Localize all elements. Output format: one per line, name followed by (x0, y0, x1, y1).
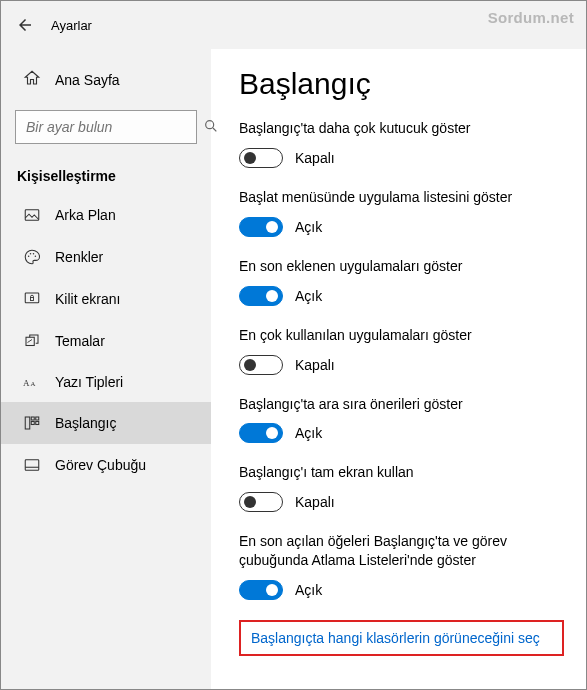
sidebar-item-label: Görev Çubuğu (55, 457, 146, 473)
content: Başlangıç Başlangıç'ta daha çok kutucuk … (211, 49, 586, 689)
sidebar-section-title: Kişiselleştirme (1, 162, 211, 194)
toggle-switch[interactable] (239, 580, 283, 600)
setting-label: En son eklenen uygulamaları göster (239, 257, 564, 276)
setting-row: En son açılan öğeleri Başlangıç'ta ve gö… (239, 532, 564, 600)
setting-row: Başlangıç'ta ara sıra önerileri gösterAç… (239, 395, 564, 444)
watermark: Sordum.net (488, 9, 574, 26)
sidebar-item-taskbar[interactable]: Görev Çubuğu (1, 444, 211, 486)
toggle-switch[interactable] (239, 423, 283, 443)
sidebar-item-lockscreen[interactable]: Kilit ekranı (1, 278, 211, 320)
svg-text:A: A (31, 380, 36, 387)
image-icon (23, 206, 41, 224)
toggle-state-text: Kapalı (295, 357, 335, 373)
sidebar-item-label: Temalar (55, 333, 105, 349)
svg-rect-2 (25, 210, 39, 221)
setting-label: En son açılan öğeleri Başlangıç'ta ve gö… (239, 532, 564, 570)
toggle-switch[interactable] (239, 286, 283, 306)
toggle-state-text: Kapalı (295, 150, 335, 166)
page-title: Başlangıç (239, 67, 564, 101)
toggle-state-text: Kapalı (295, 494, 335, 510)
svg-rect-12 (25, 417, 30, 429)
svg-point-4 (30, 253, 32, 255)
svg-point-5 (33, 253, 35, 255)
toggle-switch[interactable] (239, 355, 283, 375)
setting-row: Başlangıç'ı tam ekran kullanKapalı (239, 463, 564, 512)
search-box[interactable] (15, 110, 197, 144)
highlighted-link-box: Başlangıçta hangi klasörlerin görüneceği… (239, 620, 564, 656)
svg-rect-16 (36, 422, 39, 425)
sidebar-item-label: Renkler (55, 249, 103, 265)
choose-folders-link[interactable]: Başlangıçta hangi klasörlerin görüneceği… (251, 630, 540, 646)
toggle-switch[interactable] (239, 492, 283, 512)
home-icon (23, 69, 41, 90)
svg-rect-9 (26, 337, 34, 345)
setting-label: Başlangıç'ta daha çok kutucuk göster (239, 119, 564, 138)
start-icon (23, 414, 41, 432)
setting-label: En çok kullanılan uygulamaları göster (239, 326, 564, 345)
setting-label: Başlat menüsünde uygulama listesini göst… (239, 188, 564, 207)
search-input[interactable] (26, 119, 203, 135)
lock-screen-icon (23, 290, 41, 308)
svg-rect-17 (25, 460, 39, 471)
sidebar-item-label: Kilit ekranı (55, 291, 120, 307)
palette-icon (23, 248, 41, 266)
svg-rect-13 (31, 417, 34, 420)
toggle-state-text: Açık (295, 582, 322, 598)
setting-row: En son eklenen uygulamaları gösterAçık (239, 257, 564, 306)
sidebar-home-label: Ana Sayfa (55, 72, 120, 88)
svg-rect-8 (31, 298, 34, 301)
window-title: Ayarlar (51, 18, 92, 33)
toggle-state-text: Açık (295, 425, 322, 441)
svg-point-3 (28, 256, 30, 258)
sidebar-item-fonts[interactable]: AA Yazı Tipleri (1, 362, 211, 402)
sidebar-item-label: Başlangıç (55, 415, 116, 431)
toggle-state-text: Açık (295, 288, 322, 304)
sidebar-item-colors[interactable]: Renkler (1, 236, 211, 278)
fonts-icon: AA (23, 374, 41, 390)
toggle-state-text: Açık (295, 219, 322, 235)
svg-rect-15 (31, 422, 34, 425)
svg-text:A: A (23, 378, 30, 388)
taskbar-icon (23, 456, 41, 474)
sidebar-item-start[interactable]: Başlangıç (1, 402, 211, 444)
sidebar-item-label: Arka Plan (55, 207, 116, 223)
setting-row: Başlangıç'ta daha çok kutucuk gösterKapa… (239, 119, 564, 168)
toggle-switch[interactable] (239, 148, 283, 168)
sidebar-home[interactable]: Ana Sayfa (1, 59, 211, 104)
setting-label: Başlangıç'ta ara sıra önerileri göster (239, 395, 564, 414)
sidebar-item-themes[interactable]: Temalar (1, 320, 211, 362)
setting-row: En çok kullanılan uygulamaları gösterKap… (239, 326, 564, 375)
setting-row: Başlat menüsünde uygulama listesini göst… (239, 188, 564, 237)
setting-label: Başlangıç'ı tam ekran kullan (239, 463, 564, 482)
back-button[interactable] (15, 16, 35, 34)
toggle-switch[interactable] (239, 217, 283, 237)
svg-point-6 (35, 256, 37, 258)
sidebar-item-background[interactable]: Arka Plan (1, 194, 211, 236)
sidebar: Ana Sayfa Kişiselleştirme Arka Plan Renk… (1, 49, 211, 689)
sidebar-item-label: Yazı Tipleri (55, 374, 123, 390)
themes-icon (23, 332, 41, 350)
svg-rect-14 (36, 417, 39, 420)
